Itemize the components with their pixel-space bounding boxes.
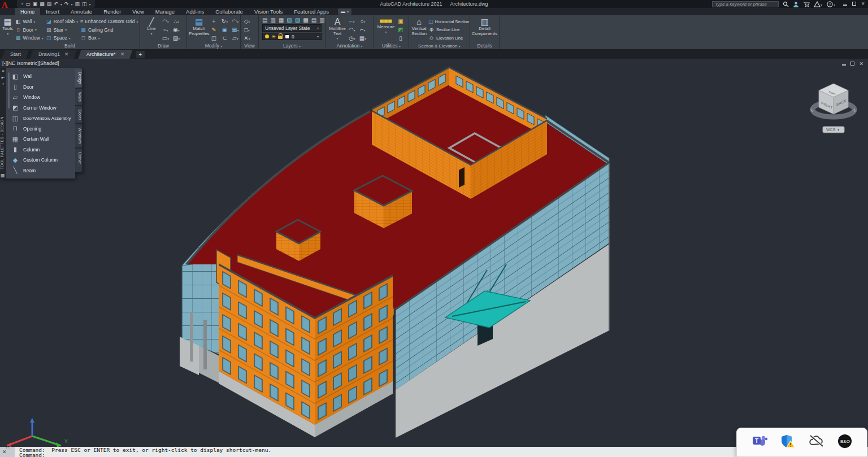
- viewport-close-icon[interactable]: ✕: [859, 61, 863, 67]
- layer-unlock-icon[interactable]: [278, 36, 283, 39]
- file-tab-architecture[interactable]: Architecture*✕: [78, 50, 133, 59]
- autocad-logo-icon[interactable]: A: [2, 1, 13, 12]
- undo-icon[interactable]: ↶: [54, 0, 58, 8]
- viewport-minimize-icon[interactable]: [842, 61, 846, 67]
- palette-tab-walls[interactable]: Walls: [75, 88, 83, 106]
- space-button[interactable]: ◰Space▾: [45, 34, 79, 42]
- plot-icon[interactable]: ▤: [47, 0, 52, 8]
- rectangle-icon[interactable]: ▭▾: [161, 34, 170, 42]
- line-button[interactable]: ╱ Line▾: [142, 16, 161, 43]
- box-button[interactable]: □Box▾: [79, 34, 138, 42]
- redo-icon[interactable]: ↷: [64, 0, 69, 8]
- palette-item-beam[interactable]: ╲Beam: [11, 166, 74, 176]
- view-cube[interactable]: E N S W TOP RIGHT BACK WCS ▾: [808, 76, 860, 137]
- palette-scrollbar[interactable]: [8, 72, 10, 108]
- close-button[interactable]: ×: [861, 0, 865, 8]
- redo-dropdown-icon[interactable]: ▾: [71, 2, 72, 6]
- layer-dropdown[interactable]: ☀ 0 ▾: [262, 33, 322, 40]
- tab-view[interactable]: View: [127, 8, 149, 15]
- view-manager-icon[interactable]: ✕▾: [242, 34, 251, 42]
- copy-icon[interactable]: ▣: [220, 26, 229, 34]
- customize-qat-icon[interactable]: ▾: [89, 2, 90, 6]
- layer-lock-icon[interactable]: ▩: [303, 16, 308, 24]
- ceiling-grid-button[interactable]: ▦Ceiling Grid: [79, 26, 138, 34]
- palette-item-opening[interactable]: ⊓Opening: [11, 124, 74, 134]
- ellipse-icon[interactable]: ◉▾: [172, 26, 181, 34]
- palette-title-bar[interactable]: × ⇤ * TOOL PALETTES - DESIGN ▦: [0, 68, 6, 179]
- move-icon[interactable]: +: [209, 18, 218, 25]
- command-close-icon[interactable]: ✕: [2, 449, 7, 455]
- section-line-button[interactable]: ΦSection Line: [427, 26, 468, 34]
- sheet-set-icon[interactable]: ▥: [75, 0, 80, 8]
- array-icon[interactable]: ▦▾: [231, 26, 240, 34]
- close-tab-icon[interactable]: ✕: [120, 51, 124, 57]
- palette-item-door-window-assembly[interactable]: ◫Door/Window Assembly: [11, 113, 74, 124]
- viewport-label[interactable]: [-][NE Isometric][Shaded]: [2, 60, 59, 66]
- mirror-icon[interactable]: ◫: [209, 34, 218, 42]
- panel-label-annotation[interactable]: Annotation ▾: [326, 43, 374, 49]
- layer-on-bulb-icon[interactable]: [265, 34, 269, 38]
- tools-button[interactable]: ▦ Tools▾: [2, 16, 14, 43]
- save-as-icon[interactable]: ▩: [40, 0, 45, 8]
- layer-states-icon[interactable]: ▥: [270, 16, 275, 24]
- layer-walk-icon[interactable]: ▥: [319, 16, 324, 24]
- search-input[interactable]: [712, 1, 779, 7]
- palette-properties-icon[interactable]: *: [0, 81, 6, 88]
- tab-featured-apps[interactable]: Featured Apps: [288, 8, 335, 15]
- tab-home[interactable]: Home: [15, 8, 40, 15]
- palette-tab-doors[interactable]: Doors: [75, 106, 83, 124]
- panel-label-build[interactable]: Build: [0, 43, 140, 49]
- rotate-icon[interactable]: ↻▾: [220, 18, 229, 25]
- tab-vision-tools[interactable]: Vision Tools: [249, 8, 288, 15]
- palette-item-column[interactable]: ▮Column: [11, 145, 74, 155]
- tab-manage[interactable]: Manage: [150, 8, 180, 15]
- file-tab-drawing1[interactable]: Drawing1✕: [30, 50, 77, 59]
- measure-button[interactable]: Measure▾: [376, 16, 396, 43]
- new-file-icon[interactable]: ▫: [21, 0, 23, 8]
- annotation-tools-icon[interactable]: ◷▾: [348, 34, 357, 42]
- enhanced-custom-grid-button[interactable]: #Enhanced Custom Grid▾: [79, 18, 138, 26]
- layer-match-icon[interactable]: ▤: [311, 16, 316, 24]
- stair-button[interactable]: ▤Stair▾: [45, 26, 79, 34]
- roof-slab-button[interactable]: ◪Roof Slab▾: [45, 18, 79, 26]
- tab-annotate[interactable]: Annotate: [65, 8, 98, 15]
- palette-item-custom-column[interactable]: ◆Custom Column: [11, 155, 74, 166]
- app-store-cart-icon[interactable]: [803, 1, 810, 7]
- erase-icon[interactable]: ✎: [209, 26, 218, 34]
- layer-thaw-sun-icon[interactable]: ☀: [271, 34, 276, 40]
- layer-color-swatch[interactable]: [285, 34, 289, 39]
- leader-icon[interactable]: ◠▾: [348, 26, 357, 34]
- bang-olufsen-icon[interactable]: B&O: [837, 434, 852, 451]
- onedrive-paused-icon[interactable]: [809, 434, 824, 450]
- viewport-restore-icon[interactable]: [850, 61, 854, 67]
- calculator-icon[interactable]: ▯: [396, 34, 405, 42]
- search-icon[interactable]: [783, 1, 789, 7]
- ribbon-display-toggle[interactable]: ▬▾: [338, 8, 351, 15]
- arc-icon[interactable]: ◠▾: [161, 18, 170, 25]
- panel-label-layers[interactable]: Layers ▾: [259, 43, 325, 49]
- palette-item-wall[interactable]: ◧Wall: [11, 71, 74, 82]
- circle-icon[interactable]: ○▾: [161, 26, 170, 34]
- layer-state-dropdown[interactable]: Unsaved Layer State▾: [262, 24, 322, 32]
- mark-icon[interactable]: ⌐▾: [358, 26, 367, 34]
- palette-item-corner-window[interactable]: ◩Corner Window: [11, 103, 74, 114]
- restore-button[interactable]: [852, 0, 856, 8]
- layer-properties-icon[interactable]: ▤: [262, 16, 267, 24]
- palette-tab-design[interactable]: Design: [75, 68, 83, 88]
- quick-select-icon[interactable]: ◩: [396, 26, 405, 34]
- visual-style-icon[interactable]: □▾: [242, 26, 251, 34]
- table-icon[interactable]: ▦▾: [358, 34, 367, 42]
- tab-add-ins[interactable]: Add-ins: [180, 8, 210, 15]
- trim-icon[interactable]: ▱▾: [231, 34, 240, 42]
- palette-item-window[interactable]: ▱Window: [11, 92, 74, 103]
- help-icon[interactable]: ?▾: [827, 1, 836, 7]
- tab-collaborate[interactable]: Collaborate: [210, 8, 249, 15]
- elevation-line-button[interactable]: ◇Elevation Line: [427, 34, 468, 42]
- detail-components-button[interactable]: ▥ Detail Components: [472, 16, 497, 43]
- layout-icon[interactable]: ◫: [82, 0, 87, 8]
- door-button[interactable]: ▯Door▾: [14, 26, 44, 34]
- window-button[interactable]: ▦Window▾: [14, 34, 44, 42]
- match-properties-button[interactable]: ▤ Match Properties: [189, 16, 209, 43]
- open-file-icon[interactable]: ▭: [25, 0, 31, 8]
- tab-render[interactable]: Render: [98, 8, 127, 15]
